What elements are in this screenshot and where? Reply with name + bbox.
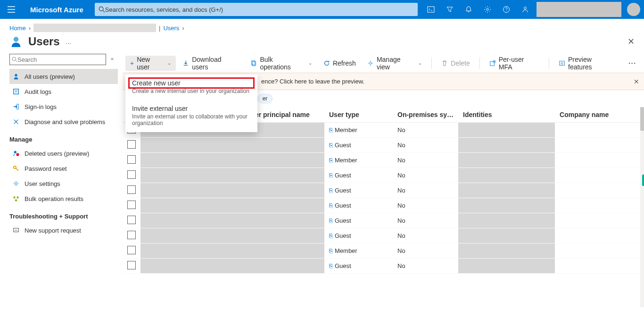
brand-label[interactable]: Microsoft Azure — [23, 6, 91, 14]
copy-icon[interactable]: ⎘ — [329, 262, 333, 269]
copy-icon[interactable]: ⎘ — [329, 157, 333, 164]
download-users-button[interactable]: Download users — [178, 56, 244, 71]
table-row[interactable]: ⎘GuestNo — [123, 168, 644, 183]
sidebar-item-label: Diagnose and solve problems — [25, 118, 105, 126]
delete-button[interactable]: Delete — [437, 56, 474, 71]
sidebar-item-new-support[interactable]: New support request — [9, 223, 118, 238]
breadcrumb: Home › | Users › — [0, 19, 644, 35]
sidebar-item-signin-logs[interactable]: Sign-in logs — [9, 99, 118, 114]
table-row[interactable]: ⎘MemberNo — [123, 153, 644, 168]
copy-icon[interactable]: ⎘ — [329, 187, 333, 194]
feedback-tab[interactable] — [642, 175, 644, 186]
directory-filter-icon[interactable] — [440, 0, 459, 19]
dropdown-title: Create new user — [132, 79, 251, 87]
scrollbar-track[interactable] — [640, 107, 644, 307]
sidebar-search[interactable] — [9, 54, 106, 65]
display-name-redacted — [140, 243, 242, 259]
support-icon — [12, 227, 20, 234]
filter-chip[interactable]: er — [257, 94, 273, 103]
avatar[interactable] — [627, 3, 640, 16]
svg-point-12 — [14, 151, 17, 153]
sidebar-item-label: Deleted users (preview) — [25, 150, 89, 157]
onprem-cell: No — [393, 183, 458, 198]
svg-line-1 — [103, 10, 105, 12]
separator — [549, 58, 549, 69]
sidebar-item-diagnose[interactable]: Diagnose and solve problems — [9, 114, 118, 129]
table-row[interactable]: ⎘GuestNo — [123, 138, 644, 153]
sidebar-item-password-reset[interactable]: Password reset — [9, 161, 118, 176]
table-row[interactable]: ⎘MemberNo — [123, 243, 644, 259]
row-checkbox[interactable] — [127, 155, 136, 164]
refresh-button[interactable]: Refresh — [319, 56, 361, 71]
row-checkbox[interactable] — [127, 140, 136, 149]
hamburger-menu[interactable] — [0, 0, 23, 19]
col-onprem[interactable]: On-premises sy… — [393, 107, 458, 123]
cloud-shell-icon[interactable] — [421, 0, 440, 19]
copy-icon[interactable]: ⎘ — [329, 232, 333, 239]
col-company[interactable]: Company name — [555, 107, 644, 123]
copy-icon[interactable]: ⎘ — [329, 217, 333, 224]
manage-view-button[interactable]: Manage view ⌄ — [363, 56, 427, 71]
copy-icon[interactable]: ⎘ — [329, 172, 333, 179]
new-user-button[interactable]: + New user ⌄ — [125, 56, 176, 71]
sidebar-item-all-users[interactable]: All users (preview) — [9, 69, 118, 84]
row-checkbox[interactable] — [127, 261, 136, 269]
breadcrumb-users[interactable]: Users — [163, 25, 179, 32]
cmd-label: Per-user MFA — [499, 56, 539, 71]
col-user-type[interactable]: User type — [324, 107, 393, 123]
upn-redacted — [242, 183, 324, 198]
help-icon[interactable] — [497, 0, 516, 19]
sidebar-item-audit-logs[interactable]: Audit logs — [9, 84, 118, 99]
copy-icon[interactable]: ⎘ — [329, 247, 333, 254]
identities-redacted — [458, 153, 555, 168]
copy-icon[interactable]: ⎘ — [329, 202, 333, 209]
svg-point-5 — [524, 7, 527, 9]
cmd-label: New user — [137, 56, 165, 71]
table-row[interactable]: ⎘GuestNo — [123, 198, 644, 213]
row-checkbox[interactable] — [127, 170, 136, 179]
title-more[interactable]: … — [66, 38, 73, 45]
collapse-sidebar-button[interactable]: « — [111, 56, 114, 61]
onprem-cell: No — [393, 123, 458, 138]
table-row[interactable]: ⎘GuestNo — [123, 183, 644, 198]
global-search-input[interactable] — [105, 6, 414, 13]
table-row[interactable]: ⎘GuestNo — [123, 228, 644, 243]
sidebar-item-user-settings[interactable]: User settings — [9, 176, 118, 191]
sidebar-search-input[interactable] — [17, 56, 104, 63]
close-banner-button[interactable]: ✕ — [634, 78, 639, 85]
feedback-icon[interactable] — [516, 0, 535, 19]
banner-text: ence? Click here to leave the preview. — [261, 78, 364, 85]
preview-features-button[interactable]: Preview features — [554, 56, 622, 71]
row-checkbox[interactable] — [127, 201, 136, 209]
sidebar-item-bulk-results[interactable]: Bulk operation results — [9, 191, 118, 206]
breadcrumb-pipe: | — [159, 25, 160, 32]
row-checkbox[interactable] — [127, 185, 136, 194]
breadcrumb-home[interactable]: Home — [9, 25, 26, 32]
command-bar: + New user ⌄ Create new user Create a ne… — [123, 54, 644, 73]
breadcrumb-sep2: › — [182, 25, 184, 32]
cmd-label: Manage view — [377, 56, 415, 71]
sidebar-item-deleted-users[interactable]: Deleted users (preview) — [9, 146, 118, 161]
company-cell — [555, 213, 644, 228]
bulk-operations-button[interactable]: Bulk operations ⌄ — [246, 56, 316, 71]
upn-redacted — [242, 198, 324, 213]
table-row[interactable]: ⎘GuestNo — [123, 213, 644, 228]
row-checkbox[interactable] — [127, 216, 136, 224]
copy-icon[interactable]: ⎘ — [329, 142, 333, 149]
notifications-icon[interactable] — [459, 0, 478, 19]
cmd-label: Refresh — [333, 59, 356, 67]
dropdown-create-new-user[interactable]: Create new user Create a new internal us… — [125, 75, 257, 100]
row-checkbox[interactable] — [127, 231, 136, 239]
close-blade-button[interactable]: ✕ — [627, 36, 635, 47]
table-row[interactable]: ⎘GuestNo — [123, 259, 644, 274]
col-identities[interactable]: Identities — [458, 107, 555, 123]
dropdown-invite-external-user[interactable]: Invite external user Invite an external … — [125, 100, 257, 132]
scrollbar-thumb[interactable] — [640, 107, 644, 131]
settings-icon[interactable] — [478, 0, 497, 19]
copy-icon[interactable]: ⎘ — [329, 126, 333, 134]
global-search[interactable] — [95, 3, 418, 16]
row-checkbox[interactable] — [127, 246, 136, 254]
onprem-cell: No — [393, 259, 458, 274]
more-commands-button[interactable]: ··· — [624, 59, 641, 67]
per-user-mfa-button[interactable]: Per-user MFA — [485, 56, 544, 71]
